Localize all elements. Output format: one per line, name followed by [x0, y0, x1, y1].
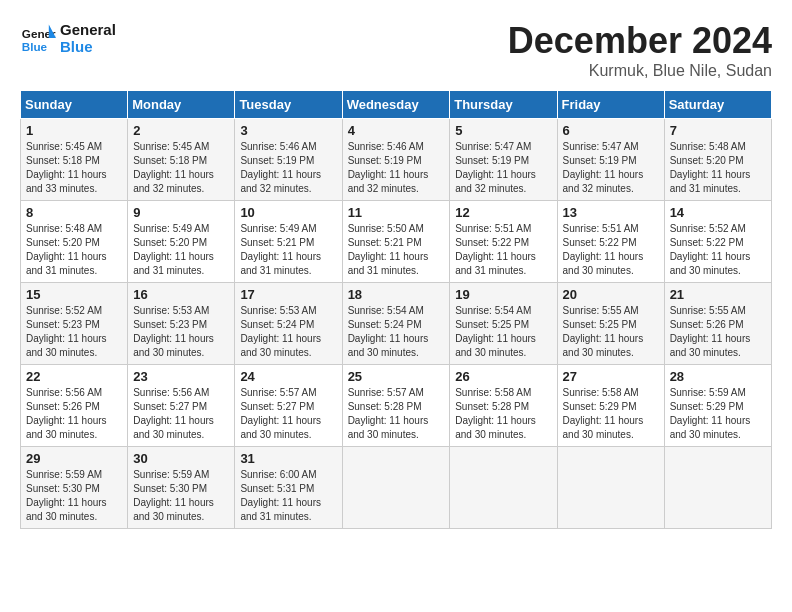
- day-number: 25: [348, 369, 445, 384]
- day-number: 17: [240, 287, 336, 302]
- calendar-cell: 6 Sunrise: 5:47 AM Sunset: 5:19 PM Dayli…: [557, 119, 664, 201]
- day-info: Sunrise: 5:53 AM Sunset: 5:23 PM Dayligh…: [133, 304, 229, 360]
- day-info: Sunrise: 5:52 AM Sunset: 5:22 PM Dayligh…: [670, 222, 766, 278]
- calendar-week-row: 15 Sunrise: 5:52 AM Sunset: 5:23 PM Dayl…: [21, 283, 772, 365]
- calendar-cell: [342, 447, 450, 529]
- calendar-week-row: 22 Sunrise: 5:56 AM Sunset: 5:26 PM Dayl…: [21, 365, 772, 447]
- day-number: 16: [133, 287, 229, 302]
- day-number: 22: [26, 369, 122, 384]
- calendar-cell: 1 Sunrise: 5:45 AM Sunset: 5:18 PM Dayli…: [21, 119, 128, 201]
- calendar-cell: 5 Sunrise: 5:47 AM Sunset: 5:19 PM Dayli…: [450, 119, 557, 201]
- day-info: Sunrise: 5:45 AM Sunset: 5:18 PM Dayligh…: [26, 140, 122, 196]
- day-number: 31: [240, 451, 336, 466]
- calendar-cell: [450, 447, 557, 529]
- calendar-cell: 31 Sunrise: 6:00 AM Sunset: 5:31 PM Dayl…: [235, 447, 342, 529]
- page-header: General Blue General Blue December 2024 …: [20, 20, 772, 80]
- day-number: 8: [26, 205, 122, 220]
- calendar-cell: 19 Sunrise: 5:54 AM Sunset: 5:25 PM Dayl…: [450, 283, 557, 365]
- calendar-table: Sunday Monday Tuesday Wednesday Thursday…: [20, 90, 772, 529]
- calendar-cell: 15 Sunrise: 5:52 AM Sunset: 5:23 PM Dayl…: [21, 283, 128, 365]
- day-number: 11: [348, 205, 445, 220]
- day-number: 15: [26, 287, 122, 302]
- col-saturday: Saturday: [664, 91, 771, 119]
- day-info: Sunrise: 5:54 AM Sunset: 5:24 PM Dayligh…: [348, 304, 445, 360]
- day-info: Sunrise: 5:46 AM Sunset: 5:19 PM Dayligh…: [348, 140, 445, 196]
- day-number: 2: [133, 123, 229, 138]
- calendar-cell: 21 Sunrise: 5:55 AM Sunset: 5:26 PM Dayl…: [664, 283, 771, 365]
- day-info: Sunrise: 5:59 AM Sunset: 5:29 PM Dayligh…: [670, 386, 766, 442]
- day-number: 10: [240, 205, 336, 220]
- day-number: 28: [670, 369, 766, 384]
- calendar-cell: 12 Sunrise: 5:51 AM Sunset: 5:22 PM Dayl…: [450, 201, 557, 283]
- col-monday: Monday: [128, 91, 235, 119]
- header-row: Sunday Monday Tuesday Wednesday Thursday…: [21, 91, 772, 119]
- col-friday: Friday: [557, 91, 664, 119]
- calendar-cell: 14 Sunrise: 5:52 AM Sunset: 5:22 PM Dayl…: [664, 201, 771, 283]
- col-sunday: Sunday: [21, 91, 128, 119]
- day-info: Sunrise: 5:48 AM Sunset: 5:20 PM Dayligh…: [26, 222, 122, 278]
- day-info: Sunrise: 5:50 AM Sunset: 5:21 PM Dayligh…: [348, 222, 445, 278]
- day-info: Sunrise: 5:55 AM Sunset: 5:26 PM Dayligh…: [670, 304, 766, 360]
- day-info: Sunrise: 5:49 AM Sunset: 5:21 PM Dayligh…: [240, 222, 336, 278]
- day-info: Sunrise: 5:54 AM Sunset: 5:25 PM Dayligh…: [455, 304, 551, 360]
- calendar-cell: 9 Sunrise: 5:49 AM Sunset: 5:20 PM Dayli…: [128, 201, 235, 283]
- day-number: 14: [670, 205, 766, 220]
- svg-text:Blue: Blue: [22, 40, 48, 53]
- day-info: Sunrise: 5:58 AM Sunset: 5:29 PM Dayligh…: [563, 386, 659, 442]
- calendar-cell: 20 Sunrise: 5:55 AM Sunset: 5:25 PM Dayl…: [557, 283, 664, 365]
- calendar-cell: 25 Sunrise: 5:57 AM Sunset: 5:28 PM Dayl…: [342, 365, 450, 447]
- day-info: Sunrise: 5:53 AM Sunset: 5:24 PM Dayligh…: [240, 304, 336, 360]
- day-info: Sunrise: 5:47 AM Sunset: 5:19 PM Dayligh…: [563, 140, 659, 196]
- logo-general: General: [60, 21, 116, 38]
- calendar-week-row: 29 Sunrise: 5:59 AM Sunset: 5:30 PM Dayl…: [21, 447, 772, 529]
- calendar-cell: 24 Sunrise: 5:57 AM Sunset: 5:27 PM Dayl…: [235, 365, 342, 447]
- calendar-cell: 13 Sunrise: 5:51 AM Sunset: 5:22 PM Dayl…: [557, 201, 664, 283]
- day-info: Sunrise: 5:57 AM Sunset: 5:28 PM Dayligh…: [348, 386, 445, 442]
- day-info: Sunrise: 5:45 AM Sunset: 5:18 PM Dayligh…: [133, 140, 229, 196]
- calendar-cell: 30 Sunrise: 5:59 AM Sunset: 5:30 PM Dayl…: [128, 447, 235, 529]
- calendar-cell: 23 Sunrise: 5:56 AM Sunset: 5:27 PM Dayl…: [128, 365, 235, 447]
- calendar-cell: 2 Sunrise: 5:45 AM Sunset: 5:18 PM Dayli…: [128, 119, 235, 201]
- day-info: Sunrise: 5:51 AM Sunset: 5:22 PM Dayligh…: [563, 222, 659, 278]
- calendar-cell: 8 Sunrise: 5:48 AM Sunset: 5:20 PM Dayli…: [21, 201, 128, 283]
- col-tuesday: Tuesday: [235, 91, 342, 119]
- day-number: 29: [26, 451, 122, 466]
- logo-blue: Blue: [60, 38, 116, 55]
- day-number: 6: [563, 123, 659, 138]
- day-number: 1: [26, 123, 122, 138]
- day-number: 26: [455, 369, 551, 384]
- day-info: Sunrise: 5:49 AM Sunset: 5:20 PM Dayligh…: [133, 222, 229, 278]
- day-info: Sunrise: 5:57 AM Sunset: 5:27 PM Dayligh…: [240, 386, 336, 442]
- day-info: Sunrise: 5:58 AM Sunset: 5:28 PM Dayligh…: [455, 386, 551, 442]
- day-info: Sunrise: 5:46 AM Sunset: 5:19 PM Dayligh…: [240, 140, 336, 196]
- day-number: 4: [348, 123, 445, 138]
- day-number: 3: [240, 123, 336, 138]
- calendar-cell: 29 Sunrise: 5:59 AM Sunset: 5:30 PM Dayl…: [21, 447, 128, 529]
- day-number: 24: [240, 369, 336, 384]
- day-number: 23: [133, 369, 229, 384]
- calendar-cell: 4 Sunrise: 5:46 AM Sunset: 5:19 PM Dayli…: [342, 119, 450, 201]
- day-number: 21: [670, 287, 766, 302]
- calendar-cell: 22 Sunrise: 5:56 AM Sunset: 5:26 PM Dayl…: [21, 365, 128, 447]
- day-info: Sunrise: 5:59 AM Sunset: 5:30 PM Dayligh…: [26, 468, 122, 524]
- calendar-cell: 3 Sunrise: 5:46 AM Sunset: 5:19 PM Dayli…: [235, 119, 342, 201]
- day-number: 12: [455, 205, 551, 220]
- day-number: 27: [563, 369, 659, 384]
- day-number: 13: [563, 205, 659, 220]
- calendar-cell: 10 Sunrise: 5:49 AM Sunset: 5:21 PM Dayl…: [235, 201, 342, 283]
- col-wednesday: Wednesday: [342, 91, 450, 119]
- col-thursday: Thursday: [450, 91, 557, 119]
- month-title: December 2024: [508, 20, 772, 62]
- title-area: December 2024 Kurmuk, Blue Nile, Sudan: [508, 20, 772, 80]
- day-info: Sunrise: 5:52 AM Sunset: 5:23 PM Dayligh…: [26, 304, 122, 360]
- day-number: 9: [133, 205, 229, 220]
- calendar-cell: 26 Sunrise: 5:58 AM Sunset: 5:28 PM Dayl…: [450, 365, 557, 447]
- calendar-cell: 17 Sunrise: 5:53 AM Sunset: 5:24 PM Dayl…: [235, 283, 342, 365]
- day-info: Sunrise: 5:56 AM Sunset: 5:27 PM Dayligh…: [133, 386, 229, 442]
- day-number: 19: [455, 287, 551, 302]
- day-number: 18: [348, 287, 445, 302]
- day-info: Sunrise: 5:59 AM Sunset: 5:30 PM Dayligh…: [133, 468, 229, 524]
- calendar-cell: 16 Sunrise: 5:53 AM Sunset: 5:23 PM Dayl…: [128, 283, 235, 365]
- day-info: Sunrise: 5:51 AM Sunset: 5:22 PM Dayligh…: [455, 222, 551, 278]
- calendar-cell: 28 Sunrise: 5:59 AM Sunset: 5:29 PM Dayl…: [664, 365, 771, 447]
